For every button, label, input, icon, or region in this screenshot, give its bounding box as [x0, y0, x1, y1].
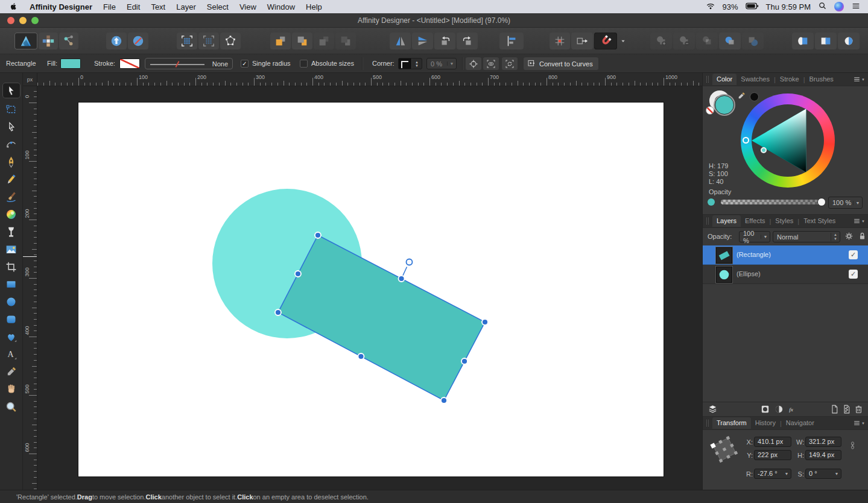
geometry-rect-ellipse-button[interactable]: [815, 33, 837, 49]
transform-x-field[interactable]: 410.1 px: [754, 437, 791, 447]
new-page-button[interactable]: [829, 404, 840, 416]
rotate-ccw-button[interactable]: [434, 33, 455, 49]
tab-layers-layers[interactable]: Layers: [712, 215, 741, 227]
panel-menu-button[interactable]: ▼: [853, 75, 868, 83]
fill-swatch[interactable]: [60, 59, 81, 69]
blend-options-gear-icon[interactable]: [844, 231, 854, 242]
notification-center-icon[interactable]: [851, 1, 861, 13]
opacity-slider-knob[interactable]: [817, 198, 826, 206]
corner-stepper[interactable]: ▲▼: [412, 59, 422, 69]
flip-vertical-button[interactable]: [412, 33, 433, 49]
move-tool-button[interactable]: [2, 83, 21, 98]
blend-mode-dropdown[interactable]: Normal ▲▼: [773, 231, 840, 242]
saturation-lightness-triangle[interactable]: [741, 93, 835, 188]
rotation-center-button[interactable]: [466, 57, 481, 70]
pencil-tool-button[interactable]: [2, 172, 21, 186]
transform-cycle-button[interactable]: [502, 57, 518, 70]
flip-horizontal-button[interactable]: [390, 33, 411, 49]
point-transform-tool-button[interactable]: [2, 138, 21, 151]
menu-item-help[interactable]: Help: [300, 2, 328, 11]
artboard-tool-button[interactable]: [2, 103, 21, 116]
selection-handle[interactable]: [399, 276, 405, 282]
menu-item-view[interactable]: View: [234, 2, 262, 11]
selection-handle[interactable]: [358, 353, 364, 359]
panel-menu-button[interactable]: ▼: [853, 217, 868, 225]
shape-slash-button[interactable]: [128, 33, 148, 49]
layer-visibility-checkbox[interactable]: ✓: [849, 270, 858, 279]
affinity-designer-logo-button[interactable]: [14, 33, 37, 49]
tab-layers-effects[interactable]: Effects: [741, 215, 769, 227]
node-tool-button[interactable]: [2, 120, 21, 133]
marquee-grid-dim-button[interactable]: [198, 33, 219, 49]
selection-marquee-eye-button[interactable]: [483, 57, 499, 70]
transparency-tool-button[interactable]: [2, 225, 21, 238]
fill-gradient-tool-button[interactable]: [2, 207, 21, 221]
panel-drag-handle[interactable]: [706, 76, 709, 83]
menu-item-window[interactable]: Window: [262, 2, 300, 11]
snap-grid-button[interactable]: [550, 33, 570, 49]
mask-badge-button[interactable]: [760, 404, 770, 416]
tab-transform-history[interactable]: History: [751, 417, 780, 429]
color-handle[interactable]: [761, 147, 767, 153]
menu-item-layer[interactable]: Layer: [171, 2, 201, 11]
convert-to-curves-button[interactable]: Convert to Curves: [524, 57, 598, 70]
ruler-unit[interactable]: px: [23, 73, 37, 86]
rounded-rectangle-tool-button[interactable]: [2, 312, 21, 326]
selection-handle[interactable]: [295, 271, 301, 277]
rotate-cw-button[interactable]: [457, 33, 478, 49]
checkered-page-button[interactable]: [841, 404, 852, 416]
wifi-icon[interactable]: [706, 1, 715, 13]
outline-nodes-button[interactable]: [220, 33, 241, 49]
selection-handle[interactable]: [275, 309, 281, 315]
tab-color-color[interactable]: Color: [712, 74, 737, 85]
geometry-half-ellipse-button[interactable]: [838, 33, 860, 49]
heart-shape-tool-button[interactable]: [2, 330, 21, 343]
transform-h-field[interactable]: 149.4 px: [805, 450, 841, 460]
snap-move-button[interactable]: [571, 33, 593, 49]
export-persona-button[interactable]: [59, 33, 78, 49]
order-forward-button[interactable]: [314, 33, 334, 49]
layers-opacity-dropdown[interactable]: 100 %▼: [739, 231, 770, 242]
alignment-button[interactable]: [499, 33, 524, 49]
stroke-width-slider[interactable]: None: [145, 58, 233, 69]
geometry-ellipse-rect-button[interactable]: [792, 33, 814, 49]
transform-r-field[interactable]: -27.6 °▼: [754, 469, 791, 479]
menu-item-edit[interactable]: Edit: [121, 2, 145, 11]
opacity-slider[interactable]: [721, 200, 822, 204]
tab-layers-text-styles[interactable]: Text Styles: [799, 215, 840, 227]
tab-transform-transform[interactable]: Transform: [712, 417, 751, 429]
adjust-badge-button[interactable]: [774, 404, 784, 416]
corner-percent-dropdown[interactable]: 0 %▼: [426, 58, 457, 69]
canvas-viewport[interactable]: [37, 86, 702, 490]
apple-menu[interactable]: [0, 2, 24, 11]
boolean-combine-button[interactable]: [742, 33, 764, 49]
marquee-grid-button[interactable]: [177, 33, 197, 49]
layer-row-ellipse[interactable]: (Ellipse)✓: [703, 265, 868, 284]
stroke-swatch[interactable]: [119, 59, 140, 69]
menu-item-file[interactable]: File: [98, 2, 121, 11]
brush-tool-button[interactable]: [2, 190, 21, 203]
magnet-button[interactable]: [594, 33, 617, 49]
menu-item-affinity-designer[interactable]: Affinity Designer: [24, 2, 98, 11]
spotlight-icon[interactable]: [818, 1, 827, 12]
selection-handle[interactable]: [441, 397, 447, 403]
boolean-intersect-button[interactable]: [696, 33, 718, 49]
order-backward-button[interactable]: [335, 33, 356, 49]
tab-color-swatches[interactable]: Swatches: [737, 74, 774, 85]
caret-down-button[interactable]: [618, 33, 628, 49]
transform-s-field[interactable]: 0 °▼: [805, 469, 841, 479]
tab-transform-navigator[interactable]: Navigator: [782, 417, 819, 429]
layers-stack-button[interactable]: [708, 404, 718, 416]
panel-drag-handle[interactable]: [706, 420, 709, 426]
fill-color-well[interactable]: [715, 95, 734, 115]
trash-button[interactable]: [854, 404, 864, 416]
panel-drag-handle[interactable]: [706, 218, 709, 224]
rectangle-tool-button[interactable]: [2, 277, 21, 291]
rectangle-shape[interactable]: [278, 235, 485, 400]
transform-w-field[interactable]: 321.2 px: [805, 437, 841, 447]
selection-handle[interactable]: [315, 232, 321, 238]
siri-icon[interactable]: [834, 2, 844, 11]
opacity-value-dropdown[interactable]: 100 %▼: [828, 197, 863, 209]
shape-arrow-up-button[interactable]: [106, 33, 127, 49]
pen-tool-button[interactable]: [2, 155, 21, 168]
